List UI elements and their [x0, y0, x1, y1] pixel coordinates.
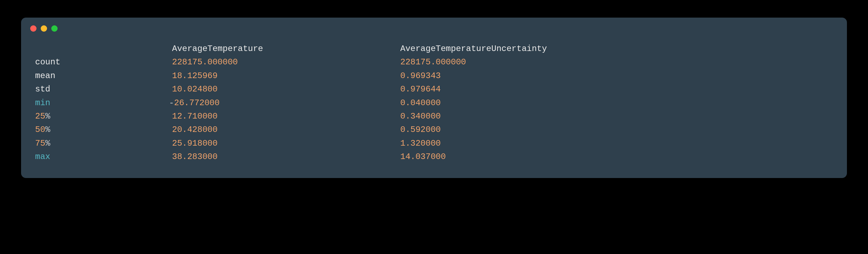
stat-value-1: 20.428000 [172, 123, 400, 136]
stat-label-text: 75 [35, 139, 45, 148]
stat-value-1: 12.710000 [172, 110, 400, 123]
table-row: count228175.000000228175.000000 [35, 56, 833, 69]
stat-number: 12.710000 [172, 112, 218, 121]
stat-label-text: 25 [35, 112, 45, 121]
percent-sign: % [45, 125, 50, 134]
table-row: 75%25.9180001.320000 [35, 137, 833, 150]
stat-value-1: 25.918000 [172, 137, 400, 150]
stat-label-text: std [35, 84, 50, 94]
table-row: mean18.1259690.969343 [35, 69, 833, 83]
stat-label-text: count [35, 57, 60, 67]
stat-value-2: 228175.000000 [400, 56, 833, 69]
column-header-2: AverageTemperatureUncertainty [400, 42, 833, 56]
stat-number: 0.979644 [400, 84, 441, 94]
stat-number: 26.772000 [174, 98, 220, 108]
table-row: 25%12.7100000.340000 [35, 110, 833, 123]
stat-label: 75% [35, 137, 172, 150]
column-header-1: AverageTemperature [172, 42, 400, 56]
stat-label: min [35, 96, 172, 110]
stat-number: 18.125969 [172, 71, 218, 81]
stat-value-2: 1.320000 [400, 137, 833, 150]
stat-label-text: min [35, 98, 50, 108]
stat-number: 0.340000 [400, 112, 441, 121]
stat-number: 0.592000 [400, 125, 441, 134]
stat-value-1: 228175.000000 [172, 56, 400, 69]
stat-number: 0.969343 [400, 71, 441, 81]
maximize-icon[interactable] [51, 25, 58, 32]
header-empty [35, 42, 172, 56]
percent-sign: % [45, 139, 50, 148]
stat-label: std [35, 83, 172, 96]
stat-number: 228175.000000 [172, 57, 238, 67]
stat-value-2: 0.969343 [400, 69, 833, 83]
stat-label-text: max [35, 152, 50, 161]
table-row: min-26.7720000.040000 [35, 96, 833, 110]
stat-value-2: 0.592000 [400, 123, 833, 136]
terminal-window: AverageTemperature AverageTemperatureUnc… [21, 18, 847, 178]
stat-number: 20.428000 [172, 125, 218, 134]
stat-value-1: 10.024800 [172, 83, 400, 96]
percent-sign: % [45, 112, 50, 121]
stat-value-2: 0.040000 [400, 96, 833, 110]
terminal-output: AverageTemperature AverageTemperatureUnc… [21, 35, 847, 167]
close-icon[interactable] [30, 25, 37, 32]
stat-label: count [35, 56, 172, 69]
stat-value-2: 0.340000 [400, 110, 833, 123]
stat-label: mean [35, 69, 172, 83]
stat-number: 0.040000 [400, 98, 441, 108]
stat-label-text: 50 [35, 125, 45, 134]
stat-number: 10.024800 [172, 84, 218, 94]
stat-value-1: -26.772000 [172, 96, 400, 110]
stat-value-2: 0.979644 [400, 83, 833, 96]
table-row: max38.28300014.037000 [35, 150, 833, 164]
stat-label-text: mean [35, 71, 55, 81]
window-titlebar [21, 18, 847, 35]
stat-value-2: 14.037000 [400, 150, 833, 164]
stat-number: 1.320000 [400, 139, 441, 148]
stat-label: 50% [35, 123, 172, 136]
minimize-icon[interactable] [41, 25, 47, 32]
minus-sign: - [169, 98, 174, 108]
stat-value-1: 18.125969 [172, 69, 400, 83]
stat-number: 228175.000000 [400, 57, 466, 67]
stat-number: 14.037000 [400, 152, 446, 161]
stat-label: 25% [35, 110, 172, 123]
stat-label: max [35, 150, 172, 164]
stat-value-1: 38.283000 [172, 150, 400, 164]
table-row: std10.0248000.979644 [35, 83, 833, 96]
table-row: 50%20.4280000.592000 [35, 123, 833, 136]
header-row: AverageTemperature AverageTemperatureUnc… [35, 42, 833, 56]
stat-number: 25.918000 [172, 139, 218, 148]
stat-number: 38.283000 [172, 152, 218, 161]
